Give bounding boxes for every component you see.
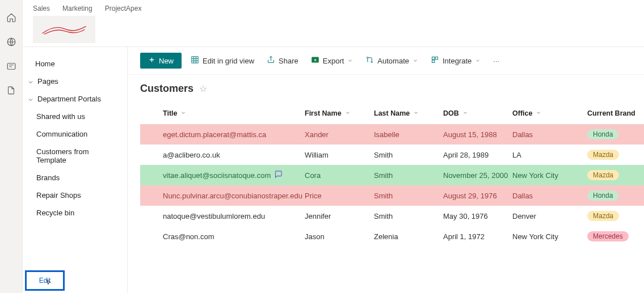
cell-title[interactable]: a@aclibero.co.uk: [163, 151, 305, 159]
customers-table: Title First Name Last Name DOB Office Cu…: [140, 103, 644, 247]
cell-title[interactable]: eget.dictum.placerat@mattis.ca: [163, 130, 305, 139]
chevron-down-icon: [536, 109, 541, 117]
cell-first: Cora: [305, 171, 374, 180]
nav-group-pages[interactable]: Pages: [23, 73, 127, 90]
table-header: Title First Name Last Name DOB Office Cu…: [140, 103, 644, 124]
breadcrumb-item[interactable]: Marketing: [62, 5, 92, 12]
cell-title[interactable]: Nunc.pulvinar.arcu@conubianostraper.edu: [163, 192, 305, 200]
table-row[interactable]: Cras@non.comJasonZeleniaApril 1, 1972New…: [140, 226, 644, 247]
col-title[interactable]: Title: [163, 109, 305, 117]
globe-icon[interactable]: [6, 37, 16, 49]
cell-last: Smith: [374, 171, 443, 180]
nav-item-shared[interactable]: Shared with us: [23, 108, 127, 125]
news-icon[interactable]: [6, 61, 16, 73]
table-row[interactable]: eget.dictum.placerat@mattis.caXanderIsab…: [140, 124, 644, 145]
svg-rect-1: [7, 63, 15, 70]
nav-home[interactable]: Home: [23, 55, 127, 73]
cell-last: Smith: [374, 212, 443, 220]
brand-pill: Mazda: [587, 211, 619, 221]
cell-title[interactable]: natoque@vestibulumlorem.edu: [163, 212, 305, 220]
nav-group-department[interactable]: Department Portals: [23, 90, 127, 108]
cell-brand: Mazda: [587, 150, 641, 160]
brand-pill: Mazda: [587, 170, 619, 180]
cell-brand: Honda: [587, 190, 641, 201]
cell-title[interactable]: Cras@non.com: [163, 232, 305, 241]
more-commands-button[interactable]: ···: [490, 57, 503, 65]
col-first[interactable]: First Name: [305, 109, 374, 117]
col-dob[interactable]: DOB: [443, 109, 512, 117]
cell-dob: April 28, 1989: [443, 151, 512, 159]
svg-rect-2: [192, 57, 198, 63]
nav-item-brands[interactable]: Brands: [23, 169, 127, 186]
command-bar: New Edit in grid view Share X Export: [128, 47, 644, 75]
breadcrumb-item[interactable]: Sales: [33, 5, 50, 12]
breadcrumb: Sales Marketing ProjectApex: [33, 5, 644, 12]
nav-item-recycle-bin[interactable]: Recycle bin: [23, 204, 127, 222]
table-row[interactable]: vitae.aliquet@sociisnatoque.comCoraSmith…: [140, 165, 644, 185]
new-button-label: New: [159, 57, 174, 65]
svg-rect-9: [432, 60, 435, 62]
automate-button[interactable]: Automate: [362, 53, 422, 68]
share-button[interactable]: Share: [263, 53, 302, 68]
edit-nav-button[interactable]: Edit: [25, 270, 65, 291]
cmd-label: Edit in grid view: [203, 57, 254, 65]
cell-office: Dallas: [512, 130, 587, 139]
cell-office: Dallas: [512, 192, 587, 200]
cell-first: Price: [305, 192, 374, 200]
col-label: DOB: [443, 109, 459, 117]
site-logo[interactable]: [33, 16, 95, 43]
cmd-label: Integrate: [443, 57, 472, 65]
excel-icon: X: [311, 56, 319, 66]
nav-item-communication[interactable]: Communication: [23, 125, 127, 143]
favorite-star-icon[interactable]: ☆: [199, 83, 207, 94]
cell-dob: November 25, 2000: [443, 171, 512, 180]
app-icon: [431, 56, 439, 66]
page-icon[interactable]: [6, 86, 16, 97]
chevron-down-icon: [27, 77, 34, 86]
cell-first: Jennifer: [305, 212, 374, 220]
col-brand[interactable]: Current Brand: [587, 109, 641, 117]
cell-brand: Mazda: [587, 170, 641, 180]
table-row[interactable]: natoque@vestibulumlorem.eduJenniferSmith…: [140, 206, 644, 226]
home-icon[interactable]: [6, 12, 16, 24]
cell-dob: August 15, 1988: [443, 130, 512, 139]
nav-item-repair-shops[interactable]: Repair Shops: [23, 186, 127, 204]
chevron-down-icon: [345, 109, 351, 117]
integrate-button[interactable]: Integrate: [427, 53, 484, 68]
cell-brand: Honda: [587, 129, 641, 139]
brand-pill: Mercedes: [587, 231, 629, 241]
nav-group-label: Pages: [37, 77, 58, 86]
table-row[interactable]: Nunc.pulvinar.arcu@conubianostraper.eduP…: [140, 185, 644, 206]
nav-item-customers-template[interactable]: Customers from Template: [23, 143, 127, 169]
export-button[interactable]: X Export: [308, 53, 357, 68]
col-label: Office: [512, 109, 532, 117]
cell-office: New York City: [512, 232, 587, 241]
table-row[interactable]: a@aclibero.co.ukWilliamSmithApril 28, 19…: [140, 145, 644, 165]
svg-point-5: [367, 57, 369, 59]
comment-icon[interactable]: [274, 170, 283, 180]
svg-rect-7: [432, 57, 435, 60]
cursor-icon: [45, 279, 53, 287]
app-rail: [0, 0, 23, 293]
edit-grid-button[interactable]: Edit in grid view: [187, 53, 258, 68]
svg-rect-8: [435, 57, 437, 60]
breadcrumb-item[interactable]: ProjectApex: [105, 5, 142, 12]
cell-last: Zelenia: [374, 232, 443, 241]
cell-office: New York City: [512, 171, 587, 180]
cell-dob: May 30, 1976: [443, 212, 512, 220]
chevron-down-icon: [347, 57, 353, 65]
cell-first: William: [305, 151, 374, 159]
new-button[interactable]: New: [140, 53, 182, 69]
brand-pill: Honda: [587, 190, 618, 201]
cell-last: Isabelle: [374, 130, 443, 139]
col-office[interactable]: Office: [512, 109, 587, 117]
left-nav: Home Pages Department Portals Shared wit…: [23, 47, 128, 293]
cell-title[interactable]: vitae.aliquet@sociisnatoque.com: [163, 170, 305, 180]
cell-office: LA: [512, 151, 587, 159]
plus-icon: [148, 56, 155, 65]
cell-dob: August 29, 1976: [443, 192, 512, 200]
col-last[interactable]: Last Name: [374, 109, 443, 117]
cmd-label: Export: [323, 57, 344, 65]
cmd-label: Automate: [377, 57, 409, 65]
cell-brand: Mazda: [587, 211, 641, 221]
